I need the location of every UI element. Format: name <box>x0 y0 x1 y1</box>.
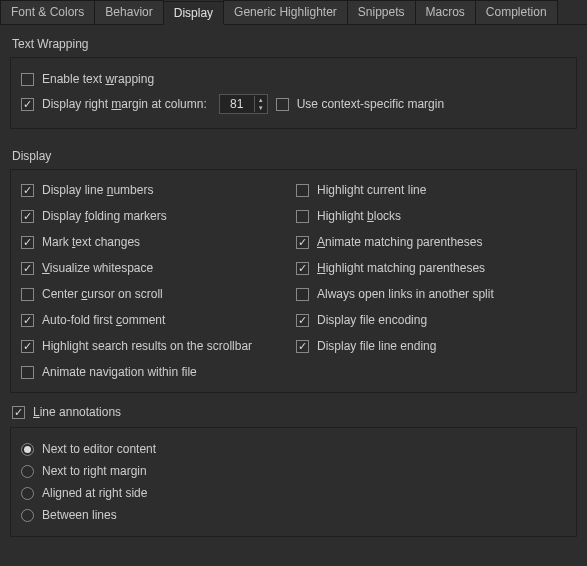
tabbar: Font & Colors Behavior Display Generic H… <box>0 0 587 25</box>
animate-matching-parens-checkbox[interactable] <box>296 236 309 249</box>
mark-text-changes-checkbox[interactable] <box>21 236 34 249</box>
annotation-next-to-content-label: Next to editor content <box>42 442 156 456</box>
display-file-encoding-label: Display file encoding <box>317 313 427 327</box>
annotation-aligned-right-radio[interactable] <box>21 487 34 500</box>
auto-fold-first-comment-label: Auto-fold first comment <box>42 313 165 327</box>
animate-navigation-label: Animate navigation within file <box>42 365 197 379</box>
tab-behavior[interactable]: Behavior <box>94 0 163 24</box>
highlight-current-line-label: Highlight current line <box>317 183 426 197</box>
visualize-whitespace-checkbox[interactable] <box>21 262 34 275</box>
highlight-search-results-label: Highlight search results on the scrollba… <box>42 339 252 353</box>
display-file-encoding-checkbox[interactable] <box>296 314 309 327</box>
highlight-search-results-checkbox[interactable] <box>21 340 34 353</box>
center-cursor-checkbox[interactable] <box>21 288 34 301</box>
tab-display[interactable]: Display <box>163 1 224 25</box>
display-file-line-ending-label: Display file line ending <box>317 339 436 353</box>
tab-macros[interactable]: Macros <box>415 0 476 24</box>
highlight-matching-parens-checkbox[interactable] <box>296 262 309 275</box>
spin-down-icon[interactable]: ▼ <box>255 104 267 112</box>
tab-snippets[interactable]: Snippets <box>347 0 416 24</box>
annotation-aligned-right-label: Aligned at right side <box>42 486 147 500</box>
visualize-whitespace-label: Visualize whitespace <box>42 261 153 275</box>
display-right-margin-label: Display right margin at column: <box>42 97 207 111</box>
line-annotations-label: Line annotations <box>33 405 121 419</box>
margin-column-input[interactable] <box>220 96 254 112</box>
section-display: Display <box>0 137 587 169</box>
highlight-blocks-checkbox[interactable] <box>296 210 309 223</box>
highlight-matching-parens-label: Highlight matching parentheses <box>317 261 485 275</box>
display-line-numbers-checkbox[interactable] <box>21 184 34 197</box>
display-folding-markers-label: Display folding markers <box>42 209 167 223</box>
margin-column-spinbox[interactable]: ▲▼ <box>219 94 268 114</box>
annotation-between-lines-label: Between lines <box>42 508 117 522</box>
display-line-numbers-label: Display line numbers <box>42 183 153 197</box>
display-file-line-ending-checkbox[interactable] <box>296 340 309 353</box>
animate-matching-parens-label: Animate matching parentheses <box>317 235 482 249</box>
context-specific-margin-checkbox[interactable] <box>276 98 289 111</box>
section-text-wrapping: Text Wrapping <box>0 25 587 57</box>
highlight-blocks-label: Highlight blocks <box>317 209 401 223</box>
animate-navigation-checkbox[interactable] <box>21 366 34 379</box>
annotation-between-lines-radio[interactable] <box>21 509 34 522</box>
group-text-wrapping: Enable text wrapping Display right margi… <box>10 57 577 129</box>
context-specific-margin-label: Use context-specific margin <box>297 97 444 111</box>
tab-font-colors[interactable]: Font & Colors <box>0 0 95 24</box>
mark-text-changes-label: Mark text changes <box>42 235 140 249</box>
display-right-margin-checkbox[interactable] <box>21 98 34 111</box>
annotation-next-to-content-radio[interactable] <box>21 443 34 456</box>
group-line-annotations: Next to editor content Next to right mar… <box>10 427 577 537</box>
spin-up-icon[interactable]: ▲ <box>255 96 267 104</box>
annotation-next-to-margin-label: Next to right margin <box>42 464 147 478</box>
always-open-links-checkbox[interactable] <box>296 288 309 301</box>
enable-text-wrapping-checkbox[interactable] <box>21 73 34 86</box>
tab-completion[interactable]: Completion <box>475 0 558 24</box>
tab-generic-highlighter[interactable]: Generic Highlighter <box>223 0 348 24</box>
always-open-links-label: Always open links in another split <box>317 287 494 301</box>
enable-text-wrapping-label: Enable text wrapping <box>42 72 154 86</box>
margin-spin-buttons[interactable]: ▲▼ <box>254 96 267 112</box>
line-annotations-checkbox[interactable] <box>12 406 25 419</box>
display-folding-markers-checkbox[interactable] <box>21 210 34 223</box>
auto-fold-first-comment-checkbox[interactable] <box>21 314 34 327</box>
group-display: Display line numbers Highlight current l… <box>10 169 577 393</box>
annotation-next-to-margin-radio[interactable] <box>21 465 34 478</box>
highlight-current-line-checkbox[interactable] <box>296 184 309 197</box>
center-cursor-label: Center cursor on scroll <box>42 287 163 301</box>
